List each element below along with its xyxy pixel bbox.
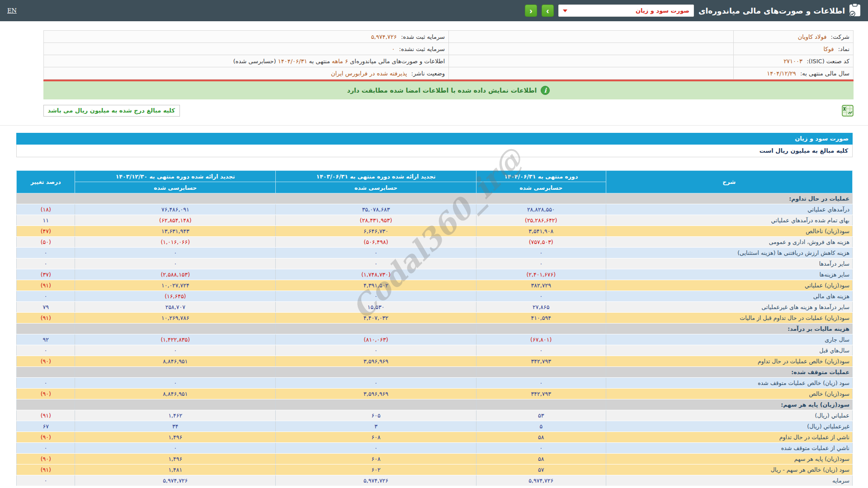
value-percent-change: ۷۹ [17,302,75,313]
column-header-current-period: دوره منتهی به ۱۴۰۴/۰۶/۳۱ [476,171,606,182]
value-restated-annual: ۰ [75,443,276,454]
value-restated-annual: ۱,۴۹۶ [75,432,276,443]
value-current-period: ۵ [476,421,606,432]
value-restated-annual: (۶۲,۸۵۴,۱۴۸) [75,215,276,226]
value-restated-annual: ۸,۸۴۶,۹۵۱ [75,389,276,399]
table-row: بهای تمام شده درآمدهاي عملیاتي (۲۵,۲۸۶,۶… [17,215,853,226]
row-label: بهای تمام شده درآمدهاي عملیاتي [606,215,852,226]
value-current-period [476,399,606,410]
value-percent-change: ۰ [17,345,75,356]
value-restated-annual: (۱,۴۲۲,۸۳۵) [75,334,276,345]
table-row: سود(زیان) پایه هر سهم ۵۸ ۶۰۸ ۱,۴۹۶ (۹۰) [17,454,853,465]
value-restated-annual: ۰ [75,258,276,269]
report-type-selected-value: صورت سود و زیان [636,7,689,14]
value-restated-annual [75,324,276,334]
value-restated-annual: ۳۴ [75,421,276,432]
note-row: کلیه مبالغ درج شده به میلیون ریال می باش… [43,105,854,118]
symbol-field: نماد: فوکا [734,43,854,55]
value-current-period [476,193,606,204]
value-restated-annual [75,367,276,378]
row-label: سود(زیان) پایه هر سهم: [606,399,852,410]
value-percent-change: (۹۰) [17,432,75,443]
value-current-period: ۳۸۲,۷۲۹ [476,280,606,291]
value-current-period: ۳۴۲,۷۹۳ [476,356,606,367]
report-type-select[interactable]: صورت سود و زیان [558,5,694,17]
statement-units-note: کلیه مبالغ به میلیون ریال است [16,145,853,157]
row-label: سرمایه [606,475,852,486]
value-current-period: ۳۴۲,۷۹۳ [476,389,606,399]
value-percent-change: (۹۱) [17,410,75,421]
report-period-field: اطلاعات و صورت‌های مالی میاندوره‌ای ۶ ما… [44,55,449,67]
value-current-period: ۵,۹۷۴,۷۲۶ [476,475,606,486]
info-gap-cell [449,31,734,43]
row-label: سال جاری [606,334,852,345]
table-body: عملیات در حال تداوم: درآمدهاي عملیاتي ۲۸… [17,193,853,486]
row-label: سایر درآمدها و هزینه های غیرعملیاتی [606,302,852,313]
row-label: سود(زیان) خالص عملیات در حال تداوم [606,356,852,367]
chevron-left-icon: ‹ [529,5,532,16]
value-current-period: ۰ [476,443,606,454]
value-percent-change: (۹۱) [17,465,75,475]
table-row: سود(زیان) پایه هر سهم: [17,399,853,410]
value-current-period: ۰ [476,378,606,389]
info-row-fiscal-year: سال مالی منتهی به: ۱۴۰۴/۱۲/۲۹ وضعیت ناشر… [44,67,854,80]
value-percent-change [17,367,75,378]
value-restated-prior-period: ۶۰۲ [276,465,476,475]
row-label: غیرعملیاتي (ریال) [606,421,852,432]
value-restated-annual [75,399,276,410]
row-label: سال‌هاي قبل [606,345,852,356]
value-percent-change [17,324,75,334]
value-restated-prior-period: ۶۰۸ [276,432,476,443]
table-row: سود(زیان) عملیاتي ۳۸۲,۷۲۹ ۴,۳۹۱,۵۰۲ ۱۰,۰… [17,280,853,291]
table-row: سایر هزینه‌ها (۲,۴۰۱,۶۷۶) (۱,۷۴۸,۷۳۰) (۲… [17,269,853,280]
info-row-isic: کد صنعت (ISIC): ۲۷۱۰۰۳ اطلاعات و صورت‌ها… [44,55,854,67]
value-restated-prior-period: ۳۵,۰۷۸,۶۸۳ [276,204,476,215]
row-label: سود(زیان) عملیات در حال تداوم قبل از مال… [606,313,852,324]
value-restated-annual: ۵,۹۷۴,۷۲۶ [75,475,276,486]
table-row: عملیات در حال تداوم: [17,193,853,204]
value-current-period: (۲۵,۲۸۶,۶۴۲) [476,215,606,226]
company-info-section: شرکت: فولاد کاویان سرمایه ثبت شده: ۵,۹۷۴… [43,30,854,81]
chevron-down-icon [563,9,567,12]
value-restated-prior-period: ۰ [276,345,476,356]
row-label: ناشي از عملیات متوقف شده [606,443,852,454]
english-language-link[interactable]: EN [7,7,17,14]
previous-statement-button[interactable]: ‹ [525,5,537,17]
value-current-period: ۵۸ [476,454,606,465]
signature-match-banner: i اطلاعات نمایش داده شده با اطلاعات امضا… [43,81,854,99]
value-percent-change: (۳۷) [17,269,75,280]
column-header-description: شرح [606,171,852,193]
value-restated-annual: ۱,۴۶۲ [75,410,276,421]
value-restated-annual: ۸,۸۴۶,۹۵۱ [75,356,276,367]
fiscal-year-end-field: سال مالی منتهی به: ۱۴۰۴/۱۲/۲۹ [734,67,854,80]
value-percent-change: ۶۷ [17,421,75,432]
value-restated-annual: ۰ [75,248,276,258]
row-label: عملیات در حال تداوم: [606,193,852,204]
table-row: هزینه کاهش ارزش دریافتنی ها (هزینه استثن… [17,248,853,258]
value-restated-prior-period: ۶۰۵ [276,410,476,421]
table-row: عملیات متوقف شده: [17,367,853,378]
row-label: سود(زیان) عملیاتي [606,280,852,291]
info-gap-cell [449,55,734,67]
row-label: سود(زیان) ناخالص [606,226,852,237]
table-row: سایر درآمدها ۰ ۰ ۰ ۰ [17,258,853,269]
value-restated-prior-period: (۸۱۰,۰۶۳) [276,334,476,345]
value-restated-annual: ۰ [75,378,276,389]
value-restated-annual: ۲۵۸,۷۰۷ [75,302,276,313]
row-label: هزینه های فروش، اداری و عمومی [606,237,852,248]
info-icon: i [541,86,550,95]
value-restated-prior-period: ۰ [276,291,476,302]
value-restated-prior-period [276,193,476,204]
value-current-period: ۵۳ [476,410,606,421]
value-current-period: ۰ [476,258,606,269]
row-label: هزینه کاهش ارزش دریافتنی ها (هزینه استثن… [606,248,852,258]
subheader-audited: حسابرسی شده [476,182,606,193]
value-current-period: (۷۵۷,۵۰۳) [476,237,606,248]
value-percent-change: (۹۰) [17,389,75,399]
next-statement-button[interactable]: › [542,5,554,17]
value-restated-annual: ۰ [75,345,276,356]
excel-export-button[interactable] [842,105,854,118]
value-current-period [476,367,606,378]
value-percent-change: ۱۱ [17,215,75,226]
value-restated-prior-period: ۶,۶۴۶,۷۳۰ [276,226,476,237]
